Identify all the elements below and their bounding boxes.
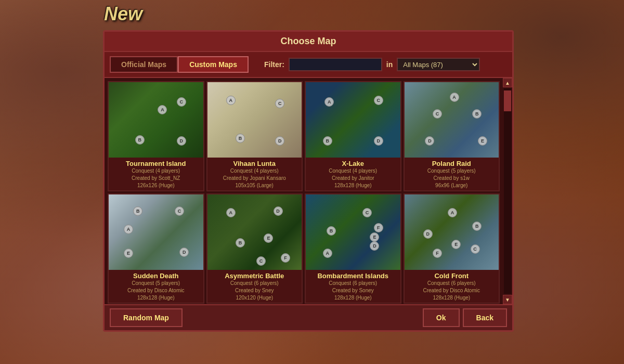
marker-C-vihaan-lunta: C: [275, 99, 284, 108]
map-info-asymmetric-battle: Asymmetric BattleConquest (6 players)Cre…: [207, 270, 302, 303]
marker-E-asymmetric-battle: E: [264, 233, 273, 243]
back-button[interactable]: Back: [463, 308, 507, 327]
marker-C-bombardment-islands: C: [362, 208, 372, 217]
page-title: New: [104, 3, 142, 25]
thumb-overlay: [109, 82, 203, 158]
map-detail-x-lake: Conquest (4 players)Created by Janitor12…: [308, 167, 398, 189]
marker-A-bombardment-islands: A: [323, 249, 332, 258]
map-card-cold-front[interactable]: ADBECFCold FrontConquest (6 players)Crea…: [404, 193, 500, 304]
marker-A-asymmetric-battle: A: [226, 208, 236, 217]
marker-C-tournament-island: C: [177, 97, 186, 107]
map-info-cold-front: Cold FrontConquest (6 players)Created by…: [405, 270, 499, 303]
map-name-asymmetric-battle: Asymmetric Battle: [210, 272, 300, 280]
map-info-bombardment-islands: Bombardment IslandsConquest (6 players)C…: [306, 270, 400, 303]
map-thumbnail-tournament-island: ACBD: [109, 82, 203, 158]
dialog-header: Choose Map: [105, 32, 512, 52]
map-name-sudden-death: Sudden Death: [111, 272, 201, 280]
marker-B-vihaan-lunta: B: [236, 134, 245, 143]
map-card-sudden-death[interactable]: ABCDESudden DeathConquest (5 players)Cre…: [108, 193, 204, 304]
map-thumbnail-x-lake: ACBD: [306, 82, 400, 158]
map-grid-wrapper: ACBDTournament IslandConquest (4 players…: [105, 78, 512, 304]
filter-label: Filter:: [264, 60, 284, 69]
map-thumbnail-vihaan-lunta: ACBD: [207, 82, 302, 158]
map-card-poland-raid[interactable]: ABECDPoland RaidConquest (5 players)Crea…: [404, 81, 500, 191]
marker-B-cold-front: B: [472, 222, 482, 231]
marker-B-sudden-death: B: [133, 206, 142, 216]
map-detail-tournament-island: Conquest (4 players)Created by Scott_NZ1…: [111, 167, 201, 189]
map-card-asymmetric-battle[interactable]: ADBECFAsymmetric BattleConquest (6 playe…: [206, 193, 303, 304]
map-thumbnail-bombardment-islands: CBAFDE: [306, 194, 400, 270]
tab-custom-maps[interactable]: Custom Maps: [178, 56, 249, 73]
marker-B-tournament-island: B: [135, 135, 145, 145]
map-detail-bombardment-islands: Conquest (6 players)Created by Soney128x…: [308, 280, 398, 302]
scroll-thumb[interactable]: [504, 90, 511, 111]
map-thumbnail-cold-front: ADBECF: [405, 194, 499, 270]
tab-official-maps[interactable]: Official Maps: [110, 56, 178, 73]
marker-A-vihaan-lunta: A: [226, 96, 236, 105]
thumb-overlay: [207, 82, 302, 158]
marker-C-sudden-death: C: [175, 206, 184, 216]
button-spacer: [186, 308, 420, 327]
map-name-bombardment-islands: Bombardment Islands: [308, 272, 398, 280]
map-detail-poland-raid: Conquest (5 players)Created by s1w96x96 …: [407, 167, 497, 189]
marker-E-bombardment-islands: E: [370, 232, 379, 242]
map-name-vihaan-lunta: Vihaan Lunta: [210, 160, 300, 167]
marker-A-x-lake: A: [324, 97, 334, 107]
ok-button[interactable]: Ok: [423, 308, 460, 327]
map-card-vihaan-lunta[interactable]: ACBDVihaan LuntaConquest (4 players)Crea…: [206, 81, 303, 191]
map-info-vihaan-lunta: Vihaan LuntaConquest (4 players)Created …: [207, 158, 302, 190]
filter-select[interactable]: All Maps (87) Official Maps Custom Maps: [397, 58, 480, 71]
choose-map-dialog: Choose Map Official Maps Custom Maps Fil…: [103, 30, 514, 332]
marker-D-asymmetric-battle: D: [274, 206, 283, 216]
marker-D-cold-front: D: [423, 229, 433, 239]
marker-E-poland-raid: E: [478, 136, 487, 146]
map-name-tournament-island: Tournament Island: [111, 160, 201, 167]
map-name-poland-raid: Poland Raid: [407, 160, 497, 167]
scroll-track: [504, 88, 511, 294]
scroll-down-arrow[interactable]: ▼: [503, 295, 512, 304]
scrollbar: ▲ ▼: [503, 78, 512, 304]
marker-C-x-lake: C: [374, 96, 383, 105]
marker-B-asymmetric-battle: B: [236, 238, 245, 248]
marker-D-x-lake: D: [374, 136, 383, 146]
map-thumbnail-sudden-death: ABCDE: [109, 194, 203, 270]
marker-D-tournament-island: D: [177, 136, 186, 146]
bottom-bar: Random Map Ok Back: [105, 304, 512, 330]
thumb-overlay: [405, 194, 499, 270]
thumb-overlay: [109, 194, 203, 270]
map-card-tournament-island[interactable]: ACBDTournament IslandConquest (4 players…: [108, 81, 204, 191]
map-thumbnail-asymmetric-battle: ADBECF: [207, 194, 302, 270]
marker-C-cold-front: C: [471, 244, 480, 254]
map-detail-asymmetric-battle: Conquest (6 players)Created by Sney120x1…: [210, 280, 300, 302]
marker-B-poland-raid: B: [472, 109, 482, 119]
filter-in-label: in: [386, 60, 393, 69]
map-info-sudden-death: Sudden DeathConquest (5 players)Created …: [109, 270, 203, 303]
map-grid: ACBDTournament IslandConquest (4 players…: [105, 78, 503, 304]
marker-B-x-lake: B: [323, 136, 332, 146]
random-map-button[interactable]: Random Map: [110, 308, 183, 327]
tab-row: Official Maps Custom Maps Filter: in All…: [105, 52, 512, 78]
marker-A-tournament-island: A: [158, 105, 167, 114]
marker-E-cold-front: E: [451, 240, 461, 249]
map-info-poland-raid: Poland RaidConquest (5 players)Created b…: [405, 158, 499, 190]
scroll-up-arrow[interactable]: ▲: [503, 78, 512, 87]
map-detail-cold-front: Conquest (6 players)Created by Disco Ato…: [407, 280, 497, 302]
marker-E-sudden-death: E: [124, 249, 133, 258]
map-info-x-lake: X-LakeConquest (4 players)Created by Jan…: [306, 158, 400, 190]
marker-D-vihaan-lunta: D: [275, 136, 284, 146]
marker-A-sudden-death: A: [124, 225, 133, 234]
marker-D-bombardment-islands: D: [370, 241, 379, 251]
map-detail-sudden-death: Conquest (5 players)Created by Disco Ato…: [111, 280, 201, 302]
map-detail-vihaan-lunta: Conquest (4 players)Created by Jopani Ka…: [210, 167, 300, 189]
marker-D-sudden-death: D: [179, 248, 189, 257]
filter-input[interactable]: [289, 58, 382, 71]
marker-A-cold-front: A: [448, 208, 457, 217]
marker-C-poland-raid: C: [433, 109, 442, 119]
marker-A-poland-raid: A: [450, 93, 459, 102]
marker-F-asymmetric-battle: F: [281, 253, 290, 263]
thumb-overlay: [306, 194, 400, 270]
marker-C-asymmetric-battle: C: [256, 256, 266, 266]
map-card-bombardment-islands[interactable]: CBAFDEBombardment IslandsConquest (6 pla…: [305, 193, 401, 304]
map-card-x-lake[interactable]: ACBDX-LakeConquest (4 players)Created by…: [305, 81, 401, 191]
map-name-cold-front: Cold Front: [407, 272, 497, 280]
